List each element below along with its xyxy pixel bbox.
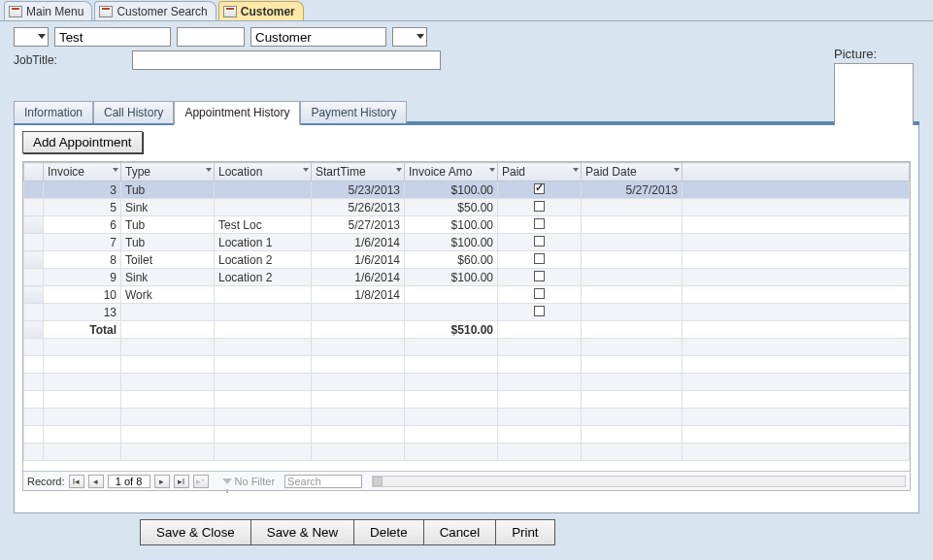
doc-tab-main-menu[interactable]: Main Menu [4,1,92,20]
checkbox-icon[interactable] [534,236,545,247]
last-name-input[interactable] [250,27,386,47]
checkbox-icon[interactable] [534,306,545,316]
chevron-down-icon[interactable] [206,168,212,172]
cell-invoice-amount[interactable]: $100.00 [405,181,498,199]
tab-information[interactable]: Information [14,101,93,123]
delete-button[interactable]: Delete [353,519,424,545]
cell-location[interactable] [215,304,312,321]
cell-type[interactable]: Toilet [121,251,215,269]
chevron-down-icon[interactable] [674,168,680,172]
table-row[interactable]: 7TubLocation 11/6/2014$100.00 [24,234,910,251]
col-starttime[interactable]: StartTime [312,163,405,181]
horizontal-scrollbar[interactable] [372,476,906,487]
tab-call-history[interactable]: Call History [93,101,174,123]
chevron-down-icon[interactable] [489,168,495,172]
cell-paid-date[interactable] [582,304,683,321]
col-paid-date[interactable]: Paid Date [582,163,683,181]
jobtitle-input[interactable] [132,50,441,70]
cell-paid[interactable] [498,286,582,304]
add-appointment-button[interactable]: Add Appointment [22,131,143,153]
chevron-down-icon[interactable] [113,168,118,172]
checkbox-icon[interactable] [534,201,545,212]
cell-type[interactable]: Tub [121,216,215,234]
doc-tab-customer-search[interactable]: Customer Search [94,1,216,20]
cell-starttime[interactable]: 1/8/2014 [312,286,405,304]
save-close-button[interactable]: Save & Close [140,519,251,545]
cell-paid[interactable] [498,234,582,251]
cell-paid-date[interactable] [582,234,683,251]
row-selector[interactable] [24,286,44,304]
save-new-button[interactable]: Save & New [250,519,354,545]
table-row[interactable]: 13 [24,304,910,321]
cell-invoice-amount[interactable] [405,304,498,321]
table-row[interactable]: 3Tub5/23/2013$100.005/27/2013 [24,181,910,199]
row-selector[interactable] [24,251,44,269]
filter-indicator[interactable]: No Filter [222,476,276,487]
row-selector[interactable] [24,234,44,251]
nav-prev-button[interactable]: ◂ [88,475,104,488]
cell-type[interactable]: Sink [121,269,215,286]
cell-paid-date[interactable] [582,286,683,304]
col-invoice[interactable]: Invoice [44,163,121,181]
cell-invoice[interactable]: 8 [44,251,121,269]
row-selector[interactable] [24,181,44,199]
first-name-input[interactable] [54,27,171,47]
search-input[interactable] [284,475,362,488]
cell-starttime[interactable] [312,304,405,321]
print-button[interactable]: Print [495,519,554,545]
col-type[interactable]: Type [121,163,215,181]
cell-location[interactable] [215,199,312,216]
suffix-combo[interactable] [392,27,427,47]
cancel-button[interactable]: Cancel [423,519,497,545]
chevron-down-icon[interactable] [573,168,579,172]
col-paid[interactable]: Paid [498,163,582,181]
cell-location[interactable]: Location 2 [215,269,312,286]
checkbox-icon[interactable] [534,183,545,194]
row-selector[interactable] [24,199,44,216]
row-selector-header[interactable] [24,163,44,181]
cell-invoice[interactable]: 7 [44,234,121,251]
table-row[interactable]: 5Sink5/26/2013$50.00 [24,199,910,216]
cell-invoice[interactable]: 3 [44,181,121,199]
cell-invoice[interactable]: 6 [44,216,121,234]
row-selector[interactable] [24,304,44,321]
cell-paid[interactable] [498,199,582,216]
middle-name-input[interactable] [177,27,245,47]
cell-starttime[interactable]: 1/6/2014 [312,251,405,269]
nav-first-button[interactable]: I◂ [69,475,84,488]
nav-new-button[interactable]: ▸* [193,475,209,488]
row-selector[interactable] [24,216,44,234]
nav-next-button[interactable]: ▸ [154,475,170,488]
cell-starttime[interactable]: 1/6/2014 [312,269,405,286]
cell-invoice[interactable]: 5 [44,199,121,216]
cell-starttime[interactable]: 1/6/2014 [312,234,405,251]
checkbox-icon[interactable] [534,218,545,229]
cell-paid-date[interactable] [582,216,683,234]
col-location[interactable]: Location [215,163,312,181]
cell-invoice-amount[interactable]: $50.00 [405,199,498,216]
cell-invoice-amount[interactable]: $100.00 [405,234,498,251]
nav-position-input[interactable] [108,475,150,488]
table-row[interactable]: 9SinkLocation 21/6/2014$100.00 [24,269,910,286]
cell-starttime[interactable]: 5/27/2013 [312,216,405,234]
scrollbar-thumb[interactable] [373,477,383,486]
cell-paid-date[interactable]: 5/27/2013 [582,181,683,199]
cell-paid[interactable] [498,251,582,269]
cell-location[interactable] [215,286,312,304]
cell-invoice[interactable]: 10 [44,286,121,304]
tab-appointment-history[interactable]: Appointment History [174,101,300,125]
checkbox-icon[interactable] [534,271,545,281]
title-combo[interactable] [14,27,49,47]
cell-starttime[interactable]: 5/23/2013 [312,181,405,199]
cell-type[interactable]: Sink [121,199,215,216]
cell-type[interactable]: Tub [121,234,215,251]
cell-type[interactable]: Work [121,286,215,304]
cell-type[interactable] [121,304,215,321]
cell-location[interactable] [215,181,312,199]
chevron-down-icon[interactable] [396,168,402,172]
cell-paid-date[interactable] [582,199,683,216]
col-invoice-amount[interactable]: Invoice Amo [405,163,498,181]
cell-type[interactable]: Tub [121,181,215,199]
cell-location[interactable]: Test Loc [215,216,312,234]
cell-invoice-amount[interactable] [405,286,498,304]
